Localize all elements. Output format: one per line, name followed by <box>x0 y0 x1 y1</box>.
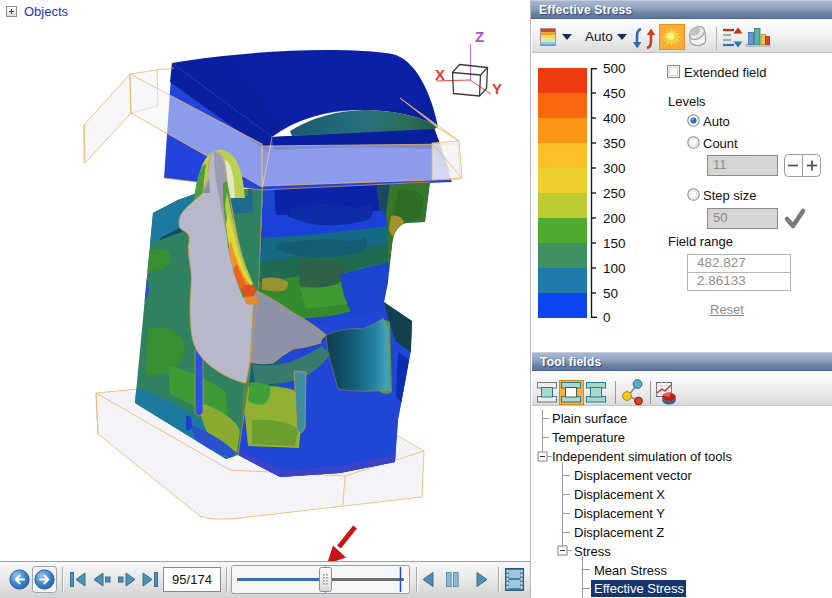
svg-text:Y: Y <box>492 80 502 97</box>
svg-text:Z: Z <box>475 28 484 45</box>
svg-text:X: X <box>435 66 445 83</box>
